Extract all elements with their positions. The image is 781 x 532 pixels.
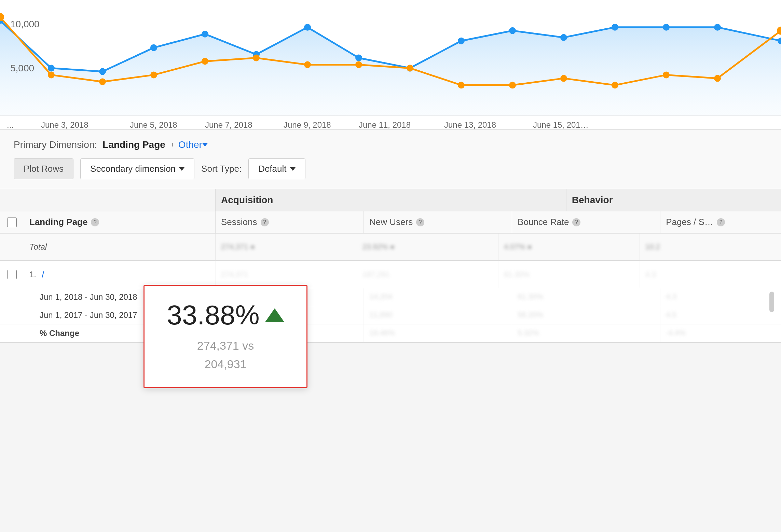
- svg-text:...: ...: [7, 120, 14, 129]
- sub-date1-bounce-rate: 61.30%: [512, 288, 660, 306]
- sub-date1-new-users-value: 14,204: [369, 292, 392, 301]
- svg-point-15: [714, 24, 721, 31]
- svg-point-2: [48, 65, 55, 72]
- bounce-rate-column-label: Bounce Rate: [518, 217, 569, 227]
- row1-bounce-rate-value: 61.30%: [504, 270, 530, 279]
- table-row: 1. / 274,371 187,291 61.30% 4.3: [0, 261, 781, 288]
- svg-text:June 5, 2018: June 5, 2018: [130, 120, 177, 129]
- svg-point-28: [560, 75, 567, 82]
- row-total-label-cell: Total: [24, 234, 215, 260]
- svg-point-8: [355, 55, 362, 61]
- plot-rows-button[interactable]: Plot Rows: [14, 158, 73, 179]
- select-all-checkbox[interactable]: [7, 218, 17, 227]
- sub2-checkbox-cell: [0, 306, 24, 324]
- table-row: Jun 1, 2017 - Jun 30, 2017 204,931 ▲ 11,…: [0, 306, 781, 324]
- row1-pct-change-label: % Change: [29, 328, 79, 338]
- new-users-column-label: New Users: [369, 217, 413, 227]
- svg-point-21: [202, 58, 208, 65]
- sub-checkbox-cell: [0, 288, 24, 306]
- sub-date1-bounce-rate-value: 61.30%: [518, 292, 543, 301]
- svg-point-19: [99, 78, 106, 85]
- pages-per-session-help-icon: ?: [717, 218, 725, 226]
- default-label: Default: [258, 164, 286, 174]
- svg-point-12: [560, 34, 567, 41]
- row-total-checkbox-cell: [0, 234, 24, 260]
- svg-point-27: [509, 82, 516, 88]
- sort-type-dropdown[interactable]: Default: [248, 158, 305, 179]
- secondary-dimension-chevron-icon: [179, 167, 184, 171]
- row1-landing-cell: 1. /: [24, 261, 215, 288]
- primary-dimension-value: Landing Page: [102, 139, 165, 150]
- sub-date1-pages-value: 4.3: [666, 292, 676, 301]
- row1-checkbox-cell[interactable]: [0, 261, 24, 288]
- svg-point-13: [612, 24, 618, 31]
- svg-point-3: [99, 68, 106, 75]
- row1-checkbox[interactable]: [7, 270, 17, 279]
- svg-point-29: [612, 82, 618, 88]
- chevron-down-icon: [202, 143, 208, 146]
- chart-area: 10,000 5,000 ... June 3, 2018 June 5, 20…: [0, 0, 781, 130]
- svg-text:June 3, 2018: June 3, 2018: [41, 120, 88, 129]
- row1-date2-label: Jun 1, 2017 - Jun 30, 2017: [29, 310, 137, 320]
- sub-pct-bounce-rate-value: 5.32%: [518, 328, 539, 337]
- tooltip-value1: 274,371: [197, 339, 239, 352]
- svg-text:June 11, 2018: June 11, 2018: [359, 120, 411, 129]
- pages-per-session-header-cell: Pages / S… ?: [660, 211, 781, 233]
- row1-new-users-cell: 187,291: [357, 261, 498, 288]
- sub-date2-pages: 4.5: [660, 306, 781, 324]
- svg-point-26: [458, 82, 465, 88]
- sub-pct-pages-value: -4.4%: [666, 328, 685, 337]
- sub-pct-new-users-value: 19.46%: [369, 328, 395, 337]
- row1-page-link[interactable]: /: [42, 269, 44, 280]
- checkbox-header-cell: [0, 211, 24, 233]
- total-pages-value: 10.2: [645, 242, 660, 251]
- other-dropdown[interactable]: Other: [178, 139, 208, 150]
- svg-text:June 9, 2018: June 9, 2018: [284, 120, 331, 129]
- row-total-sessions-cell: 274,371 ●: [215, 234, 357, 260]
- row-total-new-users-cell: 23.92% ●: [357, 234, 498, 260]
- table-column-headers: Landing Page ? Sessions ? New Users ? Bo…: [0, 211, 781, 234]
- svg-point-10: [458, 38, 465, 44]
- bounce-rate-help-icon: ?: [572, 218, 580, 226]
- sessions-column-label: Sessions: [221, 217, 257, 227]
- acquisition-header: Acquisition: [215, 189, 566, 211]
- svg-text:June 13, 2018: June 13, 2018: [444, 120, 496, 129]
- row1-sessions-cell: 274,371: [215, 261, 357, 288]
- svg-point-23: [304, 61, 311, 68]
- sessions-help-icon: ?: [261, 218, 269, 226]
- total-new-users-value: 23.92% ●: [362, 242, 395, 251]
- svg-point-31: [714, 75, 721, 82]
- svg-point-30: [663, 71, 670, 78]
- other-label: Other: [178, 139, 202, 150]
- underline-indicator: [172, 143, 173, 146]
- row1-pages-cell: 4.3: [640, 261, 781, 288]
- landing-page-column-label: Landing Page: [29, 217, 87, 227]
- sub-date2-pages-value: 4.5: [666, 310, 676, 319]
- sub-date2-bounce-rate-value: 58.20%: [518, 310, 543, 319]
- sub-pct-pages: -4.4%: [660, 324, 781, 342]
- table-section-headers: Acquisition Behavior: [0, 189, 781, 211]
- sort-type-label: Sort Type:: [201, 164, 242, 174]
- secondary-dimension-label: Secondary dimension: [90, 164, 176, 174]
- table-row: % Change 33.88% ▲ 19.46% 5.32% -4.4%: [0, 324, 781, 343]
- row1-number: 1.: [29, 270, 36, 279]
- row-total-pages-cell: 10.2: [640, 234, 781, 260]
- tooltip-value2: 204,931: [205, 358, 247, 370]
- row1-bounce-rate-cell: 61.30%: [498, 261, 640, 288]
- svg-point-14: [663, 24, 670, 31]
- svg-point-5: [202, 31, 208, 38]
- tooltip-percentage-row: 33.88%: [162, 299, 289, 331]
- svg-point-18: [48, 71, 55, 78]
- primary-dimension-row: Primary Dimension: Landing Page Other: [14, 139, 767, 150]
- secondary-dimension-button[interactable]: Secondary dimension: [80, 158, 194, 179]
- tooltip-vs: vs: [242, 339, 254, 352]
- svg-point-25: [407, 65, 413, 72]
- behavior-label: Behavior: [572, 195, 613, 205]
- sub-date2-bounce-rate: 58.20%: [512, 306, 660, 324]
- table-row: Jun 1, 2018 - Jun 30, 2018 274,371 ▼ 14,…: [0, 288, 781, 306]
- scroll-indicator[interactable]: [769, 292, 774, 312]
- landing-page-help-icon: ?: [91, 218, 99, 226]
- new-users-header-cell: New Users ?: [364, 211, 512, 233]
- up-arrow-icon: [265, 308, 284, 322]
- sub-date1-pages: 4.3: [660, 288, 781, 306]
